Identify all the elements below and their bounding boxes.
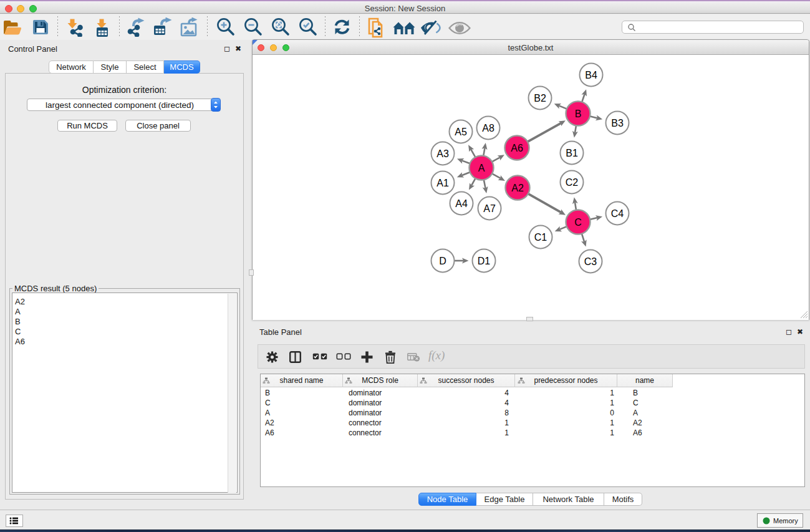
svg-text:A5: A5 bbox=[455, 127, 467, 137]
svg-text:C4: C4 bbox=[611, 208, 624, 219]
svg-text:D: D bbox=[439, 256, 446, 266]
svg-text:B3: B3 bbox=[611, 118, 624, 128]
svg-text:A6: A6 bbox=[511, 143, 523, 153]
svg-text:A8: A8 bbox=[482, 123, 494, 133]
svg-text:B2: B2 bbox=[534, 93, 546, 104]
svg-text:B: B bbox=[575, 109, 582, 119]
svg-text:B4: B4 bbox=[585, 70, 597, 80]
svg-text:A: A bbox=[478, 163, 485, 173]
svg-text:C2: C2 bbox=[566, 177, 579, 188]
svg-text:A3: A3 bbox=[436, 148, 449, 159]
svg-text:A1: A1 bbox=[436, 178, 449, 188]
svg-text:B1: B1 bbox=[566, 148, 578, 158]
svg-text:A4: A4 bbox=[455, 198, 468, 209]
svg-text:C1: C1 bbox=[534, 232, 547, 243]
svg-text:D1: D1 bbox=[478, 256, 491, 266]
svg-text:A2: A2 bbox=[511, 183, 524, 193]
svg-text:A7: A7 bbox=[483, 203, 496, 214]
svg-text:C3: C3 bbox=[584, 256, 597, 267]
svg-text:C: C bbox=[574, 217, 582, 228]
